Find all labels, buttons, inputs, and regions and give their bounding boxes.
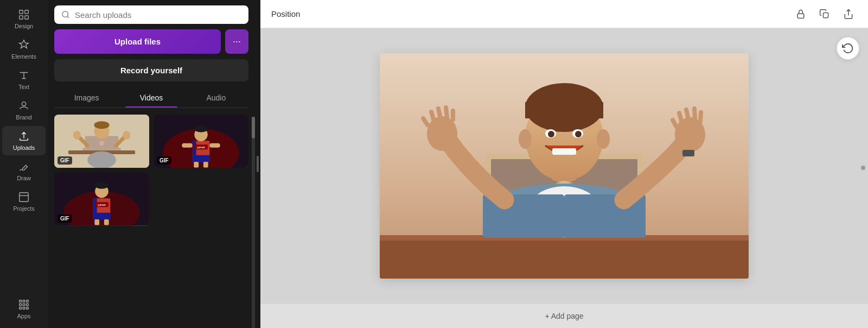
sidebar-item-uploads-label: Uploads — [13, 144, 35, 151]
gif-badge-2: GIF — [157, 156, 171, 165]
tab-audio[interactable]: Audio — [184, 89, 248, 108]
svg-rect-14 — [27, 307, 29, 310]
text-icon — [18, 70, 30, 81]
svg-rect-32 — [193, 155, 210, 162]
sidebar-item-draw[interactable]: Draw — [2, 156, 46, 186]
sidebar-item-elements-label: Elements — [11, 53, 36, 60]
add-page-label: + Add page — [545, 312, 583, 320]
upload-panel: Upload files ··· Record yourself Images … — [48, 0, 255, 328]
copy-button[interactable] — [816, 5, 833, 23]
sidebar-item-design[interactable]: Design — [2, 4, 46, 34]
svg-point-4 — [22, 102, 25, 106]
sidebar-item-apps[interactable]: Apps — [2, 294, 46, 324]
share-button[interactable] — [840, 5, 857, 23]
elements-icon — [18, 39, 30, 51]
main-preview-svg — [380, 53, 749, 279]
media-card-gif3[interactable]: QATAR GIF — [54, 172, 149, 225]
svg-point-21 — [87, 152, 116, 168]
svg-rect-2 — [20, 16, 23, 19]
svg-text:QATAR: QATAR — [197, 146, 206, 149]
search-input[interactable] — [75, 10, 242, 20]
draw-icon — [18, 161, 30, 173]
tab-images[interactable]: Images — [54, 89, 119, 108]
search-icon — [61, 10, 71, 20]
sidebar-item-text[interactable]: Text — [2, 65, 46, 94]
svg-rect-37 — [182, 143, 192, 148]
svg-rect-47 — [104, 219, 109, 225]
svg-point-15 — [62, 11, 68, 17]
sidebar-item-apps-label: Apps — [17, 313, 30, 319]
svg-rect-0 — [20, 10, 23, 14]
refresh-button[interactable] — [837, 37, 859, 60]
sidebar-item-text-label: Text — [18, 84, 29, 90]
svg-rect-5 — [20, 193, 29, 202]
main-area: Position — [260, 0, 868, 328]
svg-rect-3 — [25, 16, 28, 19]
svg-rect-46 — [94, 219, 99, 225]
main-preview-image[interactable] — [380, 53, 749, 279]
media-card-gif2[interactable]: QATAR GIF — [154, 115, 248, 168]
svg-rect-9 — [20, 304, 22, 306]
svg-rect-88 — [552, 148, 576, 155]
svg-rect-8 — [27, 300, 29, 302]
svg-rect-11 — [27, 304, 29, 306]
top-toolbar: Position — [260, 0, 868, 28]
svg-rect-38 — [209, 143, 220, 148]
scroll-track[interactable] — [252, 117, 255, 328]
apps-icon — [18, 299, 30, 311]
resize-handle-inner — [257, 156, 259, 172]
svg-rect-10 — [23, 304, 25, 306]
more-options-button[interactable]: ··· — [225, 29, 248, 54]
svg-rect-13 — [23, 307, 25, 310]
svg-rect-53 — [824, 12, 828, 17]
svg-rect-56 — [380, 238, 749, 279]
svg-point-86 — [548, 131, 554, 137]
svg-rect-6 — [20, 300, 22, 302]
lock-icon — [795, 9, 806, 20]
svg-text:QATAR: QATAR — [98, 204, 106, 207]
svg-line-75 — [686, 110, 688, 119]
upload-files-button[interactable]: Upload files — [54, 29, 221, 54]
svg-line-68 — [431, 112, 434, 121]
sidebar-item-draw-label: Draw — [17, 175, 31, 181]
svg-rect-79 — [682, 150, 694, 156]
sidebar-item-brand-label: Brand — [16, 114, 31, 121]
sidebar-item-elements[interactable]: Elements — [2, 35, 46, 64]
sidebar-item-uploads[interactable]: Uploads — [2, 126, 46, 155]
svg-point-27 — [123, 131, 130, 140]
toolbar-actions — [792, 5, 857, 23]
resize-handle[interactable] — [255, 0, 260, 328]
media-grid: GIF — [48, 108, 255, 328]
svg-point-49 — [95, 182, 108, 189]
lock-button[interactable] — [792, 5, 809, 23]
svg-rect-1 — [25, 10, 28, 14]
record-yourself-button[interactable]: Record yourself — [54, 59, 248, 81]
svg-line-70 — [446, 108, 447, 117]
uploads-icon — [18, 130, 30, 142]
tab-videos[interactable]: Videos — [119, 89, 183, 108]
media-card-gif1[interactable]: GIF — [54, 115, 149, 168]
svg-rect-52 — [797, 14, 804, 18]
sidebar-item-design-label: Design — [15, 23, 33, 29]
gif-badge-1: GIF — [58, 156, 72, 165]
svg-line-74 — [679, 113, 682, 123]
svg-rect-7 — [23, 300, 25, 302]
svg-point-90 — [597, 129, 610, 149]
add-page-bar[interactable]: + Add page — [260, 303, 868, 328]
svg-point-87 — [575, 131, 582, 137]
sidebar-item-projects[interactable]: Projects — [2, 187, 46, 216]
svg-rect-12 — [20, 307, 22, 310]
svg-line-77 — [700, 112, 701, 122]
svg-point-20 — [99, 141, 104, 146]
svg-rect-33 — [194, 162, 199, 168]
position-label: Position — [271, 9, 300, 18]
left-sidebar: Design Elements Text Brand Uploads Draw — [0, 0, 48, 328]
cursor-indicator — [861, 166, 865, 170]
svg-point-26 — [73, 131, 81, 140]
copy-icon — [819, 9, 830, 20]
svg-point-36 — [194, 125, 208, 132]
upload-btn-row: Upload files ··· — [54, 29, 248, 54]
more-dots: ··· — [233, 36, 241, 47]
svg-rect-34 — [203, 162, 208, 168]
sidebar-item-brand[interactable]: Brand — [2, 96, 46, 125]
